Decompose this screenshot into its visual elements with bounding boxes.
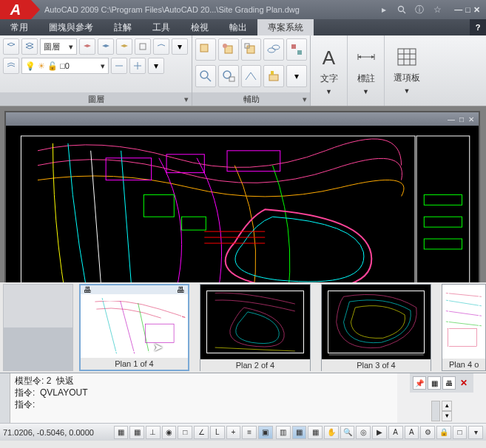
- grid-toggle[interactable]: ▦: [129, 426, 144, 439]
- publish-strip-icon[interactable]: 🖶: [442, 376, 456, 390]
- layout-tile-3[interactable]: Plan 3 of 4: [321, 284, 432, 371]
- publish-icon[interactable]: 🖶: [177, 285, 185, 294]
- svg-rect-42: [81, 294, 189, 358]
- aux-tool-4[interactable]: [263, 38, 284, 61]
- qat-dropdown[interactable]: ▸: [376, 3, 392, 16]
- ducs-toggle[interactable]: L: [210, 426, 225, 439]
- layer-tool-5[interactable]: [116, 38, 132, 55]
- aux-tool-5[interactable]: [286, 38, 307, 61]
- close-button[interactable]: ✕: [473, 5, 480, 15]
- close-strip-icon[interactable]: ✕: [457, 378, 470, 388]
- quickview-drawings-icon[interactable]: ▦: [308, 426, 323, 439]
- workspace-switch-icon[interactable]: ⚙: [420, 426, 435, 439]
- menu-item-blocks[interactable]: 圖塊與參考: [38, 19, 104, 35]
- otrack-toggle[interactable]: ∠: [194, 426, 209, 439]
- info-icon[interactable]: ⓘ: [411, 3, 428, 16]
- layer-states-icon[interactable]: [3, 58, 19, 74]
- statusbar: 71.0206, -0.5046, 0.0000 ▦ ▦ ⊥ ◉ □ ∠ L +…: [0, 423, 486, 441]
- layout-tile-1[interactable]: 🖶🖶 ➤ Plan 1 of 4: [79, 284, 190, 371]
- quickview-layouts-icon[interactable]: ▦: [292, 426, 307, 439]
- toolbar-lock-icon[interactable]: 🔒: [436, 426, 451, 439]
- search-icon[interactable]: [394, 3, 410, 16]
- menu-item-project[interactable]: 專案系統: [257, 19, 314, 35]
- annotation-scale-icon[interactable]: A: [388, 426, 403, 439]
- svg-point-12: [200, 71, 208, 78]
- doc-minimize-button[interactable]: —: [448, 115, 455, 123]
- scroll-up-icon[interactable]: ▴: [442, 401, 452, 411]
- aux-tool-dropdown[interactable]: ▾: [286, 65, 307, 87]
- zoom-window-icon[interactable]: [218, 65, 239, 87]
- ribbon: 圖層 ▾ ▾ 💡 ☀ 🔓 □ 0 ▾ ▾ 圖層▾: [0, 35, 486, 106]
- model-thumbnail[interactable]: [3, 284, 73, 371]
- star-icon[interactable]: ☆: [429, 3, 445, 16]
- lwt-toggle[interactable]: ≡: [242, 426, 257, 439]
- layer-current-dropdown[interactable]: 💡 ☀ 🔓 □ 0 ▾: [21, 58, 109, 74]
- layer-tool-4[interactable]: [98, 38, 114, 55]
- svg-rect-46: [442, 286, 485, 357]
- svg-rect-6: [247, 46, 254, 53]
- ribbon-btn-annotate[interactable]: 標註 ▼: [348, 35, 385, 106]
- model-paper-toggle[interactable]: ▥: [276, 426, 291, 439]
- pin-icon[interactable]: 📌: [413, 376, 426, 390]
- menu-item-annotate[interactable]: 註解: [104, 19, 142, 35]
- ribbon-btn-palette[interactable]: 選項板 ▼: [385, 35, 429, 106]
- svg-rect-44: [200, 285, 310, 358]
- svg-rect-45: [322, 285, 431, 358]
- snap-toggle[interactable]: ▦: [114, 426, 129, 439]
- ribbon-btn-text[interactable]: A 文字 ▼: [311, 35, 348, 106]
- svg-rect-3: [200, 44, 208, 52]
- aux-tool-1[interactable]: [195, 38, 216, 61]
- layer-tool-1[interactable]: [3, 38, 19, 55]
- layout-tile-2[interactable]: Plan 2 of 4: [200, 284, 311, 371]
- app-logo[interactable]: A: [0, 0, 31, 19]
- plot-icon[interactable]: 🖶: [84, 285, 92, 294]
- minimize-button[interactable]: —: [454, 5, 462, 15]
- layer-tool-11[interactable]: ▾: [148, 58, 164, 74]
- layout-tile-4[interactable]: Plan 4 o: [442, 284, 486, 371]
- status-menu-icon[interactable]: ▾: [468, 426, 483, 439]
- layer-dropdown[interactable]: 圖層 ▾: [40, 38, 77, 55]
- zoom-icon[interactable]: 🔍: [340, 426, 355, 439]
- zoom-extents-icon[interactable]: [195, 65, 216, 87]
- panel-expand-icon-2[interactable]: ▾: [303, 95, 307, 104]
- steering-wheel-icon[interactable]: ◎: [356, 426, 371, 439]
- text-a-icon: A: [323, 47, 335, 69]
- svg-line-1: [403, 11, 405, 13]
- layout-strip-controls: 📌 ▦ 🖶 ✕: [410, 373, 473, 393]
- polar-toggle[interactable]: ◉: [162, 426, 177, 439]
- command-history[interactable]: 模型令: 2 快返 指令: QVLAYOUT 指令:: [10, 373, 397, 423]
- qp-toggle[interactable]: ▣: [258, 426, 273, 439]
- annotation-visibility-icon[interactable]: A: [405, 426, 419, 439]
- menu-item-view[interactable]: 檢視: [180, 19, 219, 35]
- scroll-down-icon[interactable]: ▾: [442, 411, 452, 421]
- help-icon[interactable]: ?: [470, 19, 486, 35]
- layer-tool-8[interactable]: ▾: [172, 38, 188, 55]
- menu-item-tools[interactable]: 工具: [142, 19, 180, 35]
- menu-item-home[interactable]: 常用: [0, 19, 38, 35]
- menu-item-output[interactable]: 輸出: [219, 19, 257, 35]
- panel-expand-icon[interactable]: ▾: [184, 95, 189, 104]
- aux-tool-2[interactable]: [218, 38, 239, 61]
- pan-icon[interactable]: ✋: [324, 426, 339, 439]
- layer-tool-9[interactable]: [111, 58, 127, 74]
- ortho-toggle[interactable]: ⊥: [146, 426, 161, 439]
- layer-tool-3[interactable]: [79, 38, 95, 55]
- maximize-button[interactable]: □: [465, 5, 470, 15]
- new-layout-icon[interactable]: ▦: [428, 376, 441, 390]
- layout-tile-label: Plan 2 of 4: [200, 359, 310, 371]
- osnap-toggle[interactable]: □: [178, 426, 192, 439]
- doc-maximize-button[interactable]: □: [459, 115, 464, 123]
- doc-close-button[interactable]: ✕: [468, 115, 474, 123]
- aux-tool-8[interactable]: [241, 65, 262, 87]
- aux-tool-3[interactable]: [241, 38, 262, 61]
- clean-screen-icon[interactable]: □: [453, 426, 468, 439]
- layer-tool-2[interactable]: [21, 38, 38, 55]
- svg-point-5: [223, 44, 227, 48]
- aux-tool-9[interactable]: [263, 65, 284, 87]
- dyn-toggle[interactable]: +: [226, 426, 241, 439]
- layer-tool-7[interactable]: [153, 38, 169, 55]
- showmotion-icon[interactable]: ▶: [372, 426, 387, 439]
- layer-tool-10[interactable]: [129, 58, 146, 74]
- scrollbar-vert[interactable]: [431, 401, 440, 421]
- layer-tool-6[interactable]: [135, 38, 151, 55]
